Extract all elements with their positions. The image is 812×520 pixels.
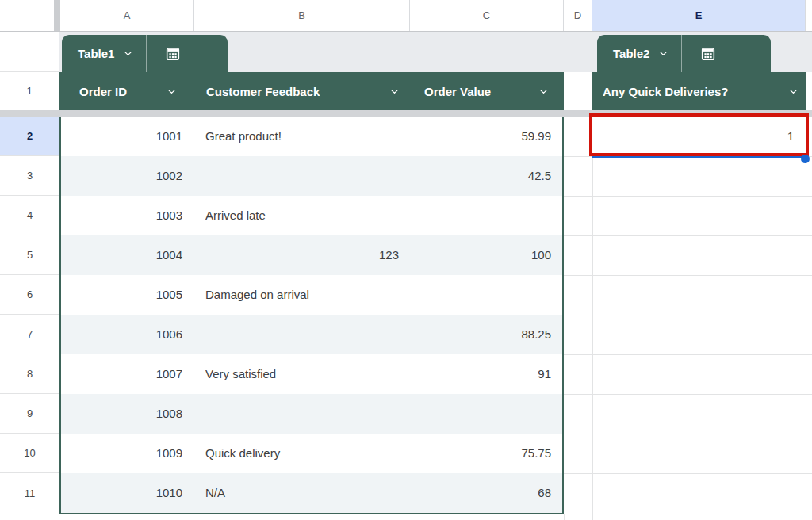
cell-feedback[interactable]: Very satisfied [194,354,410,394]
column-header-e[interactable]: E [592,0,806,31]
gridline [564,235,812,236]
table2-header-row: Any Quick Deliveries? [592,72,806,110]
column-header-f-partial[interactable] [806,0,812,31]
cell-order-id[interactable]: 1002 [61,156,194,196]
cell-feedback[interactable]: Damaged on arrival [194,275,410,315]
freeze-column-handle[interactable] [54,0,60,31]
table1-tab-label-group[interactable]: Table1 [62,35,146,72]
gridline [564,394,812,395]
table1-header-row: Order ID Customer Feedback Order Value [59,72,564,110]
table2-header-any-quick-deliveries[interactable]: Any Quick Deliveries? [592,72,806,110]
cell-f1-partial[interactable] [806,72,812,110]
select-all-corner[interactable] [0,0,54,31]
cell-order-value[interactable] [410,394,562,434]
table1-header-order-id[interactable]: Order ID [59,72,194,110]
gridline [564,196,812,197]
row-header-spacer[interactable] [0,32,59,72]
cell-feedback[interactable] [194,394,410,434]
column-dropdown-icon[interactable] [538,86,549,97]
cell-order-id[interactable]: 1010 [61,473,194,513]
column-header-a[interactable]: A [60,0,194,31]
cell-order-value[interactable]: 75.75 [410,434,562,473]
cell-order-value[interactable] [410,275,562,315]
gridline [564,473,812,474]
table1-header-customer-feedback[interactable]: Customer Feedback [194,72,410,110]
row-header-11[interactable]: 11 [0,473,59,514]
cell-feedback[interactable]: Great product! [194,117,410,156]
table2-tab-label: Table2 [613,47,649,60]
column-header-strip: A B C D E [0,0,812,32]
header-label: Customer Feedback [206,85,320,98]
cell-order-id[interactable]: 1003 [61,196,194,235]
spreadsheet-grid: A B C D E Table1 Table2 [0,0,812,520]
cell-order-id[interactable]: 1001 [61,117,194,156]
column-dropdown-icon[interactable] [389,86,400,97]
table1-tab-label: Table1 [78,47,114,60]
cell-order-value[interactable] [410,196,562,235]
cell-order-id[interactable]: 1004 [61,235,194,275]
cell-feedback[interactable]: N/A [194,473,410,513]
table2-grid-icon[interactable] [682,35,734,72]
row-header-12-partial[interactable] [0,514,59,520]
row-header-5[interactable]: 5 [0,235,59,275]
table-row: 1010 N/A 68 [61,473,562,513]
cell-order-id[interactable]: 1005 [61,275,194,315]
cell-order-value[interactable]: 68 [410,473,562,513]
gridline [564,514,565,520]
cell-order-value[interactable]: 91 [410,354,562,394]
row-header-1[interactable]: 1 [0,72,59,110]
column-header-d[interactable]: D [564,0,592,31]
gridline [564,514,812,514]
table-row: 1005 Damaged on arrival [61,275,562,315]
gridline [592,156,593,520]
row-header-2[interactable]: 2 [0,117,59,156]
gridline [564,434,812,434]
row-header-8[interactable]: 8 [0,354,59,394]
table2-menu-chevron-icon[interactable] [658,48,668,59]
cell-order-id[interactable]: 1009 [61,434,194,473]
row-header-3[interactable]: 3 [0,156,59,196]
header-label: Any Quick Deliveries? [603,85,728,98]
cell-feedback[interactable]: Quick delivery [194,434,410,473]
cell-d1[interactable] [564,72,592,110]
cell-order-id[interactable]: 1006 [61,315,194,354]
cell-feedback[interactable] [194,315,410,354]
table-row: 1001 Great product! 59.99 [61,117,562,156]
row-header-10[interactable]: 10 [0,434,59,473]
cell-order-value[interactable]: 100 [410,235,562,275]
table1-body: 1001 Great product! 59.99 1002 42.5 1003… [59,117,564,514]
table1-grid-icon[interactable] [147,35,199,72]
cell-order-value[interactable]: 88.25 [410,315,562,354]
cell-order-value[interactable]: 42.5 [410,156,562,196]
cell-order-id[interactable]: 1008 [61,394,194,434]
table2-tab[interactable]: Table2 [597,35,771,72]
gridline [564,354,812,355]
header-label: Order Value [424,85,491,98]
table-row: 1009 Quick delivery 75.75 [61,434,562,473]
table1-tab[interactable]: Table1 [62,35,228,72]
table1-header-order-value[interactable]: Order Value [410,72,564,110]
table-row: 1006 88.25 [61,315,562,354]
cell-feedback[interactable]: 123 [194,235,410,275]
cell-feedback[interactable]: Arrived late [194,196,410,235]
cell-feedback[interactable] [194,156,410,196]
table2-tab-label-group[interactable]: Table2 [597,35,681,72]
gridline [564,275,812,276]
fill-handle[interactable] [801,155,810,163]
cell-order-id[interactable]: 1007 [61,354,194,394]
column-dropdown-icon[interactable] [788,86,799,97]
table-row: 1004 123 100 [61,235,562,275]
row-header-9[interactable]: 9 [0,394,59,434]
column-dropdown-icon[interactable] [167,86,177,97]
table-row: 1003 Arrived late [61,196,562,235]
table1-menu-chevron-icon[interactable] [123,48,133,59]
gridline [806,117,806,520]
table-row: 1002 42.5 [61,156,562,196]
column-header-c[interactable]: C [410,0,564,31]
table-row: 1007 Very satisfied 91 [61,354,562,394]
cell-order-value[interactable]: 59.99 [410,117,562,156]
column-header-b[interactable]: B [194,0,410,31]
row-header-6[interactable]: 6 [0,275,59,315]
row-header-7[interactable]: 7 [0,315,59,354]
row-header-4[interactable]: 4 [0,196,59,235]
